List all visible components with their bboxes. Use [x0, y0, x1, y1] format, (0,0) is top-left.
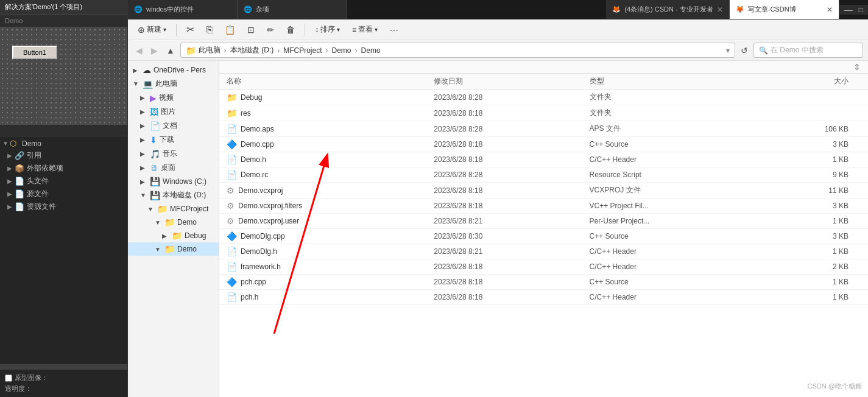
paste-button[interactable]: 📋: [220, 23, 240, 37]
file-date-2: 2023/6/28 8:28: [434, 125, 589, 133]
nav-label: 文档: [163, 121, 177, 131]
tree-item-resources[interactable]: ▶ 📄 资源文件: [0, 200, 127, 213]
refresh-button[interactable]: ↺: [738, 44, 751, 57]
browser-tab-1[interactable]: 🌐 杂项: [238, 0, 347, 19]
nav-demo-outer[interactable]: ▼ 📁 Demo: [128, 216, 219, 229]
move-icon: ⊡: [247, 25, 255, 35]
cut-button[interactable]: ✂: [182, 22, 199, 37]
file-icon-2: 📄: [227, 124, 237, 134]
nav-desktop[interactable]: ▶ 🖥 桌面: [128, 161, 219, 175]
copy-button[interactable]: ⎘: [202, 23, 217, 37]
solution-tree: ▼ ⬡ Demo ▶ 🔗 引用 ▶ 📦 外部依赖项 ▶ 📄 头文件 ▶ �: [0, 136, 127, 364]
sort-button[interactable]: ↕ 排序 ▾: [310, 23, 345, 37]
tree-item-sources[interactable]: ▶ 📄 源文件: [0, 188, 127, 200]
file-size-8: 1 KB: [745, 217, 861, 225]
tab-close-3[interactable]: ✕: [827, 5, 833, 14]
nav-demo-inner[interactable]: ▼ 📁 Demo: [128, 242, 219, 256]
tree-item-external[interactable]: ▶ 📦 外部依赖项: [0, 162, 127, 175]
table-row[interactable]: 📄 framework.h 2023/6/28 8:18 C/C++ Heade…: [219, 259, 868, 275]
new-button[interactable]: ⊕ 新建 ▾: [133, 23, 171, 37]
header-name[interactable]: 名称: [227, 76, 434, 86]
path-sep-3: ›: [326, 46, 328, 55]
table-row[interactable]: 📄 Demo.aps 2023/6/28 8:28 APS 文件 106 KB: [219, 121, 868, 137]
nav-drive-d[interactable]: ▼ 💾 本地磁盘 (D:): [128, 188, 219, 202]
file-date-3: 2023/6/28 8:18: [434, 140, 589, 149]
nav-video[interactable]: ▶ ▶ 视频: [128, 91, 219, 105]
tree-item-ref[interactable]: ▶ 🔗 引用: [0, 149, 127, 162]
file-date-0: 2023/6/28 8:28: [434, 93, 589, 102]
table-row[interactable]: 📁 Debug 2023/6/28 8:28 文件夹: [219, 90, 868, 105]
onedrive-icon: ☁: [143, 65, 151, 75]
move-button[interactable]: ⊡: [242, 23, 259, 37]
file-name-11: framework.h: [241, 262, 281, 271]
table-row[interactable]: ⚙ Demo.vcxproj.filters 2023/6/28 8:18 VC…: [219, 198, 868, 214]
table-row[interactable]: 🔷 DemoDlg.cpp 2023/6/28 8:30 C++ Source …: [219, 229, 868, 244]
back-button[interactable]: ◀: [133, 44, 146, 57]
tree-item-headers[interactable]: ▶ 📄 头文件: [0, 175, 127, 188]
nav-documents[interactable]: ▶ 📄 文档: [128, 119, 219, 133]
file-icon-11: 📄: [227, 262, 237, 272]
nav-onedrive[interactable]: ▶ ☁ OneDrive - Pers: [128, 63, 219, 77]
table-row[interactable]: 📄 Demo.h 2023/6/28 8:18 C/C++ Header 1 K…: [219, 152, 868, 167]
more-button[interactable]: ···: [385, 23, 404, 37]
file-icon-5: 📄: [227, 170, 237, 180]
sort-handle-row: ⇕: [219, 61, 868, 74]
nav-music[interactable]: ▶ 🎵 音乐: [128, 147, 219, 161]
file-date-10: 2023/6/28 8:21: [434, 247, 589, 256]
horizontal-scrollbar[interactable]: [0, 364, 127, 369]
sort-handle-icon[interactable]: ⇕: [853, 62, 861, 72]
nav-this-pc[interactable]: ▼ 💻 此电脑: [128, 77, 219, 91]
table-row[interactable]: ⚙ Demo.vcxproj 2023/6/28 8:18 VCXPROJ 文件…: [219, 183, 868, 198]
browser-tab-0[interactable]: 🌐 windos中的控件: [128, 0, 238, 19]
minimize-button[interactable]: —: [844, 5, 853, 15]
file-size-12: 1 KB: [745, 278, 861, 286]
file-name-9: DemoDlg.cpp: [241, 232, 285, 241]
file-type-1: 文件夹: [590, 108, 745, 118]
search-box[interactable]: 🔍 在 Demo 中搜索: [753, 43, 863, 58]
table-row[interactable]: 📄 pch.h 2023/6/28 8:18 C/C++ Header 1 KB: [219, 290, 868, 305]
rename-button[interactable]: ✏: [262, 23, 279, 37]
tree-item-demo[interactable]: ▼ ⬡ Demo: [0, 138, 127, 149]
header-size[interactable]: 大小: [745, 76, 861, 86]
file-date-8: 2023/6/28 8:21: [434, 217, 589, 225]
nav-drive-c[interactable]: ▶ 💾 Windows (C:): [128, 175, 219, 188]
nav-mfcproject[interactable]: ▼ 📁 MFCProject: [128, 202, 219, 216]
file-name-3: Demo.cpp: [241, 140, 274, 149]
browser-tab-2[interactable]: 🦊 (4条消息) CSDN - 专业开发者 ✕: [606, 0, 729, 19]
nav-pictures[interactable]: ▶ 🖼 图片: [128, 105, 219, 119]
tab-close-2[interactable]: ✕: [717, 5, 723, 14]
video-icon: ▶: [150, 93, 157, 103]
table-row[interactable]: 📄 DemoDlg.h 2023/6/28 8:21 C/C++ Header …: [219, 244, 868, 259]
table-row[interactable]: ⚙ Demo.vcxproj.user 2023/6/28 8:21 Per-U…: [219, 214, 868, 229]
forward-button[interactable]: ▶: [148, 44, 161, 57]
maximize-button[interactable]: □: [859, 5, 863, 14]
nav-label: 本地磁盘 (D:): [163, 190, 206, 200]
table-row[interactable]: 📁 res 2023/6/28 8:18 文件夹: [219, 105, 868, 121]
browser-tab-3[interactable]: 🦊 写文章-CSDN博 ✕: [730, 0, 839, 19]
file-size-13: 1 KB: [745, 293, 861, 301]
tab-label-2: (4条消息) CSDN - 专业开发者: [624, 5, 713, 14]
file-list-header: 名称 修改日期 类型 大小: [219, 74, 868, 90]
up-button[interactable]: ▲: [163, 44, 178, 57]
nav-expand-icon: ▶: [140, 136, 147, 143]
address-path[interactable]: 📁 此电脑 › 本地磁盘 (D:) › MFCProject › Demo › …: [180, 43, 735, 58]
header-type[interactable]: 类型: [590, 76, 745, 86]
table-row[interactable]: 🔷 pch.cpp 2023/6/28 8:18 C++ Source 1 KB: [219, 275, 868, 290]
table-row[interactable]: 📄 Demo.rc 2023/6/28 8:28 Resource Script…: [219, 167, 868, 183]
view-button[interactable]: ≡ 查看 ▾: [347, 23, 383, 37]
designer-tab-label: Demo: [5, 17, 23, 24]
view-label: 查看: [358, 24, 373, 35]
nav-downloads[interactable]: ▶ ⬇ 下载: [128, 133, 219, 147]
header-date[interactable]: 修改日期: [434, 76, 589, 86]
nav-debug[interactable]: ▶ 📁 Debug: [128, 229, 219, 242]
file-icon-10: 📄: [227, 247, 237, 256]
table-row[interactable]: 🔷 Demo.cpp 2023/6/28 8:18 C++ Source 3 K…: [219, 137, 868, 152]
button-widget[interactable]: Button1: [12, 46, 57, 59]
file-type-10: C/C++ Header: [590, 247, 745, 256]
original-image-checkbox[interactable]: [5, 374, 12, 382]
file-size-5: 9 KB: [745, 170, 861, 179]
new-dropdown-icon: ▾: [163, 26, 166, 33]
vs-bottom-bar: 原型图像： 透明度：: [0, 369, 127, 397]
delete-button[interactable]: 🗑: [281, 23, 300, 37]
pictures-icon: 🖼: [150, 107, 158, 117]
